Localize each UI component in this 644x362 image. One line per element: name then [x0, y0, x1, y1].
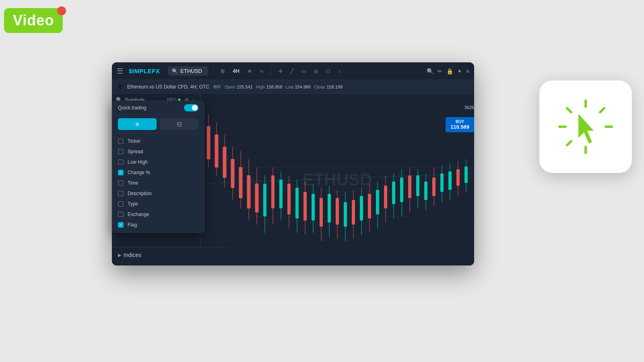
- high-label: High 158.958: [256, 84, 282, 89]
- svg-rect-47: [328, 194, 331, 222]
- buy-price: 110.569: [450, 124, 469, 130]
- ohlc-controls: ⊞⊟: [213, 84, 221, 89]
- chart-title: Ethereum vs US Dollar CFD, 4H, OTC: [127, 84, 209, 90]
- ticker-option[interactable]: Ticker: [112, 136, 204, 146]
- svg-rect-63: [392, 182, 395, 204]
- edit-icon[interactable]: ✏: [438, 68, 442, 74]
- video-badge-text: Video: [13, 12, 54, 29]
- svg-rect-39: [295, 188, 299, 218]
- changepct-label: Change %: [128, 170, 150, 175]
- layers-icon[interactable]: ≡: [466, 68, 469, 74]
- list-view-button[interactable]: ≡: [118, 118, 157, 130]
- svg-line-7: [567, 141, 571, 145]
- svg-rect-35: [279, 180, 283, 208]
- candle-icon: 🕯: [117, 83, 123, 90]
- svg-rect-31: [263, 184, 266, 216]
- indices-arrow: ▶: [118, 253, 121, 258]
- close-label: Close 158.199: [314, 84, 343, 89]
- ticker-label: Ticker: [128, 138, 140, 144]
- lowhigh-option[interactable]: Low High: [112, 157, 204, 167]
- svg-rect-65: [400, 177, 403, 202]
- toggle-knob: [192, 105, 198, 111]
- svg-rect-71: [424, 182, 427, 200]
- changepct-checkbox[interactable]: ✓: [118, 170, 124, 175]
- flag-check-icon: ✓: [119, 223, 122, 227]
- ohlc-data: Open 155.541 High 158.958 Low 154.986 Cl…: [225, 84, 343, 89]
- lowhigh-checkbox[interactable]: [118, 159, 124, 165]
- toolbar-right-icons: 🔍 ✏ 🔒 ✦ ≡: [427, 68, 469, 74]
- svg-rect-33: [271, 175, 275, 208]
- list-view-icon: ≡: [135, 121, 139, 128]
- time-option[interactable]: Time: [112, 178, 204, 188]
- flag-label: Flag: [128, 222, 137, 228]
- cursor-icon-overlay: [539, 80, 632, 173]
- svg-rect-19: [215, 135, 218, 167]
- symbol-search[interactable]: 🔍 ETHUSD: [168, 66, 208, 76]
- cursor-svg: [553, 95, 618, 159]
- star-icon[interactable]: ✦: [457, 68, 462, 74]
- timeframe-selector[interactable]: 4H: [230, 67, 242, 75]
- drawing-settings-icon[interactable]: ∿: [257, 67, 266, 75]
- app-logo: $IMPLEFX: [129, 68, 160, 74]
- svg-rect-41: [303, 192, 307, 220]
- description-checkbox[interactable]: [118, 191, 124, 196]
- svg-rect-75: [440, 173, 444, 192]
- open-label: Open 155.541: [225, 84, 253, 89]
- spread-label: Spread: [128, 149, 143, 154]
- svg-rect-45: [320, 198, 323, 226]
- chart-header: 🕯 Ethereum vs US Dollar CFD, 4H, OTC ⊞⊟ …: [112, 80, 474, 94]
- exchange-checkbox[interactable]: [118, 212, 124, 217]
- price-number: 3626: [464, 105, 474, 110]
- exchange-label: Exchange: [128, 212, 149, 217]
- svg-rect-37: [287, 184, 291, 214]
- indicators-icon[interactable]: ≋: [245, 67, 254, 75]
- zoom-icon[interactable]: 🔍: [427, 68, 433, 74]
- exchange-option[interactable]: Exchange: [112, 209, 204, 220]
- low-label: Low 154.986: [285, 84, 311, 89]
- svg-rect-81: [464, 167, 468, 183]
- type-checkbox[interactable]: [118, 201, 124, 207]
- quick-trading-toggle[interactable]: [184, 104, 198, 111]
- rectangle-icon[interactable]: ▭: [299, 67, 308, 75]
- svg-rect-43: [312, 194, 315, 220]
- ruler-icon[interactable]: ↕: [336, 67, 343, 75]
- type-option[interactable]: Type: [112, 199, 204, 209]
- spread-checkbox[interactable]: [118, 149, 124, 154]
- pin-icon[interactable]: ◎: [312, 67, 320, 75]
- svg-line-6: [600, 108, 604, 112]
- flag-checkbox[interactable]: ✓: [118, 222, 124, 228]
- flag-option[interactable]: ✓ Flag: [112, 220, 204, 230]
- toolbar-divider-1: [213, 67, 213, 76]
- buy-button[interactable]: BUY 110.569: [446, 117, 474, 132]
- svg-rect-57: [368, 194, 371, 218]
- toolbar: ☰ $IMPLEFX 🔍 ETHUSD ⊞ 4H ≋ ∿ ✛ ╱ ▭ ◎ ⬡ ↕…: [112, 62, 474, 80]
- time-checkbox[interactable]: [118, 180, 124, 186]
- svg-rect-23: [231, 159, 234, 188]
- column-checkboxes: Ticker Spread Low High ✓ Change % Time D…: [112, 134, 204, 232]
- svg-rect-69: [416, 175, 419, 196]
- lock-icon[interactable]: 🔒: [446, 68, 453, 74]
- description-option[interactable]: Description: [112, 188, 204, 199]
- chart-grid-icon[interactable]: ⊞: [218, 67, 227, 75]
- changepct-option[interactable]: ✓ Change %: [112, 167, 204, 178]
- crosshair-icon[interactable]: ✛: [276, 67, 285, 75]
- type-label: Type: [128, 201, 138, 207]
- svg-rect-59: [376, 190, 379, 214]
- gann-icon[interactable]: ⬡: [324, 67, 332, 75]
- chart-area: ETHUSD: [200, 94, 474, 265]
- svg-rect-17: [207, 126, 210, 159]
- svg-rect-21: [223, 147, 226, 177]
- ticker-checkbox[interactable]: [118, 138, 124, 144]
- columns-dropdown: Quick trading ≡ ⊟ Ticker Spread Low High…: [112, 101, 204, 233]
- quick-trading-label: Quick trading: [118, 105, 147, 111]
- trend-line-icon[interactable]: ╱: [288, 67, 296, 75]
- description-label: Description: [128, 191, 152, 196]
- menu-icon[interactable]: ☰: [117, 67, 123, 76]
- svg-rect-53: [352, 200, 355, 224]
- indices-section-bottom[interactable]: ▶ Indices: [112, 247, 229, 262]
- svg-line-5: [567, 108, 571, 112]
- grid-view-button[interactable]: ⊟: [160, 118, 198, 130]
- svg-rect-29: [255, 184, 258, 212]
- search-icon: 🔍: [172, 68, 178, 74]
- spread-option[interactable]: Spread: [112, 146, 204, 157]
